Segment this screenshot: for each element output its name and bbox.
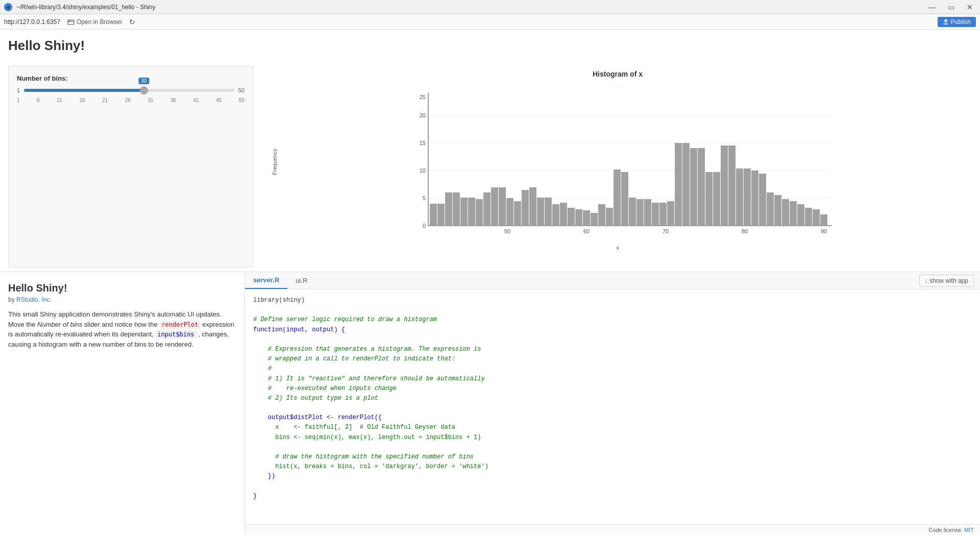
svg-rect-68 [790, 201, 797, 226]
show-with-app-button[interactable]: ↓ show with app [919, 275, 974, 287]
svg-rect-33 [522, 190, 529, 226]
svg-rect-67 [782, 199, 789, 226]
italic-text: Number of bins [37, 321, 82, 328]
svg-rect-50 [652, 203, 659, 226]
tick-50: 50 [239, 98, 244, 103]
code-line: } [253, 492, 972, 501]
description-title: Hello Shiny! [8, 282, 236, 294]
svg-rect-34 [529, 187, 536, 226]
svg-rect-65 [767, 192, 774, 226]
window-title: ~/R/win-library/3.4/shiny/examples/01_he… [16, 4, 155, 11]
svg-rect-24 [453, 192, 460, 226]
code-panel: server.R ui.R ↓ show with app library(sh… [245, 272, 980, 535]
code-line: # Define server logic required to draw a… [253, 315, 972, 325]
minimize-button[interactable]: — [925, 2, 939, 12]
svg-rect-62 [744, 168, 751, 226]
tick-45: 45 [216, 98, 222, 103]
slider-ticks: 1 6 11 16 21 26 31 36 41 45 50 [17, 96, 244, 104]
refresh-button[interactable]: ↻ [129, 18, 135, 26]
tab-ui-r[interactable]: ui.R [287, 273, 315, 288]
svg-rect-41 [583, 210, 590, 226]
svg-text:70: 70 [663, 228, 669, 234]
page-title: Hello Shiny! [8, 34, 972, 54]
code-line [253, 305, 972, 315]
svg-rect-26 [468, 198, 475, 226]
svg-text:20: 20 [420, 112, 426, 118]
code-line: }) [253, 472, 972, 481]
svg-rect-58 [713, 172, 720, 226]
svg-point-2 [70, 20, 71, 21]
open-in-browser-button[interactable]: Open in Browser [64, 17, 125, 27]
svg-rect-40 [575, 209, 582, 226]
code-line: library(shiny) [253, 296, 972, 305]
svg-rect-45 [614, 169, 621, 226]
svg-rect-57 [705, 172, 713, 226]
code-line: # 1) It is "reactive" and therefore shou… [253, 374, 972, 384]
y-axis-label: Frequency [272, 149, 278, 175]
svg-rect-71 [813, 209, 820, 226]
svg-text:50: 50 [504, 228, 510, 234]
tick-36: 36 [170, 98, 176, 103]
svg-rect-47 [629, 198, 636, 226]
svg-point-1 [68, 20, 69, 21]
slider-label: Number of bins: [17, 75, 244, 82]
svg-text:0: 0 [423, 223, 426, 229]
svg-rect-42 [591, 213, 598, 226]
svg-text:10: 10 [420, 167, 426, 174]
tick-26: 26 [125, 98, 131, 103]
input-bins-inline: input$bins [155, 330, 196, 338]
tab-server-r[interactable]: server.R [245, 272, 287, 289]
svg-rect-39 [568, 208, 575, 226]
svg-rect-28 [483, 192, 491, 226]
slider-thumb[interactable] [140, 86, 148, 94]
license-link[interactable]: MIT [964, 527, 974, 533]
svg-rect-53 [675, 143, 682, 226]
code-line: # [253, 364, 972, 374]
histogram-chart: Frequency 0 5 10 15 20 25 [272, 80, 964, 244]
publish-button[interactable]: Publish [938, 17, 976, 27]
svg-rect-21 [430, 204, 437, 226]
code-line: # wrapped in a call to renderPlot to ind… [253, 354, 972, 364]
footer-label: Code license: [928, 527, 963, 533]
svg-rect-23 [445, 192, 452, 226]
svg-rect-48 [636, 199, 644, 226]
svg-rect-66 [774, 195, 781, 226]
svg-text:60: 60 [583, 228, 590, 234]
svg-rect-59 [721, 145, 728, 226]
slider-wrapper: 30 [24, 89, 234, 92]
sidebar-panel: Number of bins: 1 30 50 1 6 11 16 21 26 [8, 66, 253, 268]
author-link[interactable]: RStudio, Inc. [16, 296, 52, 303]
tick-6: 6 [37, 98, 40, 103]
svg-rect-38 [560, 203, 567, 226]
svg-rect-56 [698, 148, 705, 226]
code-footer: Code license: MIT [245, 524, 980, 535]
svg-rect-54 [682, 143, 690, 226]
svg-text:5: 5 [423, 195, 426, 201]
code-line: # re-executed when inputs change [253, 384, 972, 394]
slider-track[interactable] [24, 89, 234, 92]
code-line [253, 443, 972, 452]
svg-rect-60 [728, 145, 736, 226]
svg-rect-70 [805, 208, 812, 226]
svg-rect-69 [797, 204, 804, 226]
code-line: # draw the histogram with the specified … [253, 452, 972, 462]
slider-row: 1 30 50 [17, 87, 244, 93]
svg-rect-72 [820, 214, 827, 226]
svg-rect-52 [667, 201, 674, 226]
page-title-row: Hello Shiny! [0, 30, 980, 58]
description-by: by RStudio, Inc. [8, 296, 236, 303]
app-top-section: Number of bins: 1 30 50 1 6 11 16 21 26 [0, 58, 980, 272]
code-line [253, 482, 972, 492]
tick-11: 11 [57, 98, 62, 103]
maximize-button[interactable]: ▭ [945, 2, 958, 12]
tick-41: 41 [193, 98, 199, 103]
by-label: by [8, 296, 15, 303]
code-line: # 2) Its output type is a plot [253, 394, 972, 403]
close-button[interactable]: ✕ [964, 2, 976, 12]
address-text: http://127.0.0.1:6357 [4, 18, 60, 26]
svg-text:80: 80 [742, 228, 748, 234]
code-tabs: server.R ui.R ↓ show with app [245, 272, 980, 289]
svg-rect-44 [606, 208, 613, 226]
window-controls: — ▭ ✕ [925, 2, 976, 12]
app-bottom-section: Hello Shiny! by RStudio, Inc. This small… [0, 272, 980, 535]
